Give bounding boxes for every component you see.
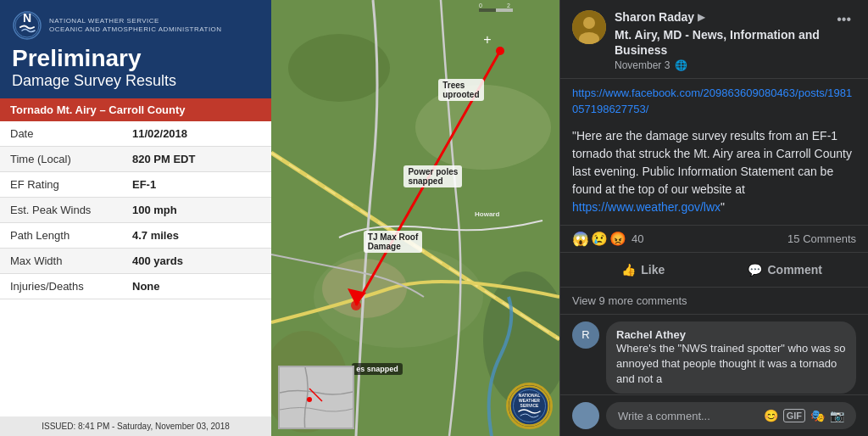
svg-text:+: + bbox=[483, 32, 491, 47]
svg-text:N: N bbox=[23, 11, 31, 25]
post-image-area: N NATIONAL WEATHER SERVICE OCEANIC AND A… bbox=[0, 0, 559, 436]
map-background: Howard + 0 2 bbox=[271, 0, 559, 436]
fb-comment-avatar: R bbox=[572, 321, 599, 349]
map-area: Howard + 0 2 bbox=[271, 0, 559, 436]
fb-reaction-sad: 😢 bbox=[591, 231, 608, 247]
table-cell-label: Time (Local) bbox=[0, 146, 122, 171]
map-label-tjmax: TJ Max RoofDamage bbox=[364, 231, 422, 253]
map-label-poles: Power polessnapped bbox=[403, 165, 462, 187]
inset-map bbox=[278, 366, 354, 429]
svg-text:0: 0 bbox=[479, 3, 482, 8]
fb-comment-text: Where's the "NWS trained spotter" who wa… bbox=[616, 341, 846, 388]
map-label-trees: Treesuprooted bbox=[438, 79, 483, 101]
nws-subtitle: Damage Survey Results bbox=[12, 72, 259, 90]
fb-action-bar: 👍 Like 💬 Comment bbox=[560, 253, 868, 288]
table-cell-label: EF Rating bbox=[0, 171, 122, 197]
nws-agency-line1: NATIONAL WEATHER SERVICE bbox=[49, 17, 222, 25]
fb-emoji-icon[interactable]: 😊 bbox=[764, 409, 778, 422]
table-cell-label: Path Length bbox=[0, 222, 122, 248]
svg-point-12 bbox=[496, 47, 504, 55]
fb-username: Sharon Raday bbox=[615, 10, 694, 24]
fb-writer-avatar bbox=[572, 402, 599, 429]
table-cell-value: 820 PM EDT bbox=[122, 146, 271, 171]
nws-seal: NATIONAL WEATHER SERVICE bbox=[506, 383, 553, 429]
fb-globe-icon: 🌐 bbox=[675, 59, 687, 71]
nws-data-table: Date11/02/2018Time (Local)820 PM EDTEF R… bbox=[0, 121, 271, 299]
fb-nws-link[interactable]: https://www.weather.gov/lwx bbox=[572, 200, 721, 214]
svg-text:2: 2 bbox=[507, 3, 510, 8]
table-cell-value: EF-1 bbox=[122, 171, 271, 197]
fb-panel: Sharon Raday ▶ Mt. Airy, MD - News, Info… bbox=[559, 0, 868, 436]
table-row: Injuries/DeathsNone bbox=[0, 273, 271, 299]
table-row: Time (Local)820 PM EDT bbox=[0, 146, 271, 171]
svg-point-4 bbox=[288, 34, 390, 102]
fb-write-comment-area: Write a comment... 😊 GIF 🎭 📷 bbox=[560, 394, 868, 436]
fb-reaction-icons: 😱 😢 😡 40 bbox=[572, 231, 643, 247]
fb-photo-icon[interactable]: 📷 bbox=[830, 409, 844, 422]
table-cell-value: 100 mph bbox=[122, 197, 271, 222]
table-cell-value: 400 yards bbox=[122, 248, 271, 273]
fb-comment-input[interactable]: Write a comment... 😊 GIF 🎭 📷 bbox=[606, 402, 856, 429]
svg-text:SERVICE: SERVICE bbox=[520, 403, 540, 408]
nws-header: N NATIONAL WEATHER SERVICE OCEANIC AND A… bbox=[0, 0, 271, 98]
fb-user-avatar bbox=[572, 10, 606, 44]
table-cell-label: Est. Peak Winds bbox=[0, 197, 122, 222]
fb-comment-bubble: Rachel Athey Where's the "NWS trained sp… bbox=[606, 321, 856, 394]
table-cell-label: Injuries/Deaths bbox=[0, 273, 122, 299]
fb-post-header: Sharon Raday ▶ Mt. Airy, MD - News, Info… bbox=[560, 0, 868, 79]
fb-comment-toolbar: 😊 GIF 🎭 📷 bbox=[764, 409, 844, 422]
fb-like-icon: 👍 bbox=[621, 263, 636, 277]
nws-table-section: Tornado Mt. Airy – Carroll County Date11… bbox=[0, 98, 271, 416]
table-cell-value: None bbox=[122, 273, 271, 299]
fb-like-button[interactable]: 👍 Like bbox=[572, 256, 715, 283]
fb-sticker-icon[interactable]: 🎭 bbox=[810, 409, 825, 422]
table-row: Est. Peak Winds100 mph bbox=[0, 197, 271, 222]
fb-post-text-after-link: " bbox=[721, 200, 725, 214]
fb-post-meta: Sharon Raday ▶ Mt. Airy, MD - News, Info… bbox=[615, 10, 823, 71]
fb-gif-icon[interactable]: GIF bbox=[783, 409, 805, 422]
fb-comment-icon: 💬 bbox=[748, 263, 762, 277]
table-row: Path Length4.7 miles bbox=[0, 222, 271, 248]
fb-reaction-scared: 😱 bbox=[572, 231, 589, 247]
fb-reactions-bar: 😱 😢 😡 40 15 Comments bbox=[560, 225, 868, 253]
fb-comments-section: R Rachel Athey Where's the "NWS trained … bbox=[560, 315, 868, 394]
fb-post-body: "Here are the damage survey results from… bbox=[560, 124, 868, 225]
fb-comment-count[interactable]: 15 Comments bbox=[787, 232, 856, 245]
fb-shared-link[interactable]: https://www.facebook.com/209863609080463… bbox=[560, 79, 868, 123]
inset-map-svg bbox=[280, 367, 354, 429]
table-row: EF RatingEF-1 bbox=[0, 171, 271, 197]
fb-more-options-button[interactable]: ••• bbox=[832, 10, 856, 29]
fb-reaction-count: 40 bbox=[632, 232, 643, 245]
fb-post-text-before-link: "Here are the damage survey results from… bbox=[572, 129, 852, 196]
nws-agency-line2: OCEANIC AND ATMOSPHERIC ADMINISTRATION bbox=[49, 25, 222, 34]
table-cell-label: Max Width bbox=[0, 248, 122, 273]
svg-point-21 bbox=[307, 397, 312, 402]
svg-rect-17 bbox=[496, 8, 513, 12]
fb-reaction-angry: 😡 bbox=[609, 231, 626, 247]
nws-logo-icon: N bbox=[12, 10, 42, 41]
nws-card: N NATIONAL WEATHER SERVICE OCEANIC AND A… bbox=[0, 0, 271, 436]
fb-comment-button[interactable]: 💬 Comment bbox=[715, 256, 857, 283]
fb-page-name: Mt. Airy, MD - News, Information and Bus… bbox=[615, 27, 823, 58]
fb-timestamp: November 3 🌐 bbox=[615, 59, 823, 71]
fb-comment-item: R Rachel Athey Where's the "NWS trained … bbox=[572, 321, 856, 394]
fb-comment-author: Rachel Athey bbox=[616, 328, 846, 341]
table-row: Date11/02/2018 bbox=[0, 121, 271, 147]
map-label-snapped-bottom: es snapped bbox=[352, 363, 403, 375]
svg-text:Howard: Howard bbox=[475, 210, 499, 218]
table-row: Max Width400 yards bbox=[0, 248, 271, 273]
fb-arrow-icon: ▶ bbox=[698, 11, 705, 23]
nws-title: Preliminary bbox=[12, 46, 259, 72]
nws-footer: ISSUED: 8:41 PM - Saturday, November 03,… bbox=[0, 416, 271, 436]
fb-comment-placeholder: Write a comment... bbox=[618, 410, 710, 422]
table-cell-value: 4.7 miles bbox=[122, 222, 271, 248]
nws-county-header: Tornado Mt. Airy – Carroll County bbox=[0, 98, 271, 121]
table-cell-label: Date bbox=[0, 121, 122, 147]
table-cell-value: 11/02/2018 bbox=[122, 121, 271, 147]
svg-rect-20 bbox=[280, 367, 354, 429]
svg-point-29 bbox=[583, 17, 595, 29]
fb-view-more-comments[interactable]: View 9 more comments bbox=[560, 288, 868, 315]
